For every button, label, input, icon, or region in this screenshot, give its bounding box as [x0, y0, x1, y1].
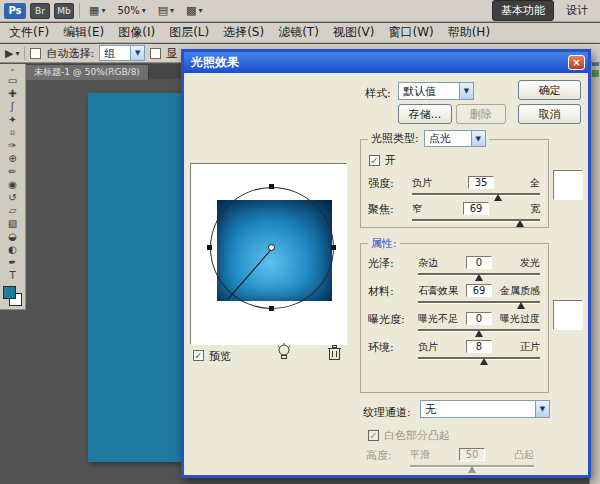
application-bar: Ps Br Mb ▦ ▾ 50% ▾ ▤ ▾ ▩ ▾ 基本功能 设计 [0, 0, 600, 22]
focus-slider[interactable] [412, 217, 540, 227]
eyedropper-tool[interactable]: ✑ [0, 139, 25, 152]
style-dropdown[interactable]: 默认值 ▼ [398, 82, 474, 100]
dropdown-button: ▼ [130, 46, 144, 60]
rectangular-marquee-tool[interactable]: ▭ [0, 74, 25, 87]
magic-wand-tool[interactable]: ✦ [0, 113, 25, 126]
height-slider-thumb [468, 466, 476, 473]
light-on-checkbox[interactable]: ✓ [369, 155, 380, 166]
gloss-slider[interactable] [418, 271, 540, 281]
light-handle-right[interactable] [331, 245, 336, 250]
focus-min-label: 窄 [412, 202, 422, 216]
blur-tool[interactable]: ◒ [0, 230, 25, 243]
menu-item-3[interactable]: 图层(L) [162, 22, 216, 43]
show-transform-label: 显 [166, 46, 177, 61]
brush-tool[interactable]: ✏ [0, 165, 25, 178]
light-handle-top[interactable] [269, 184, 274, 189]
ok-button[interactable]: 确定 [518, 80, 581, 100]
toolbox-collapse-button[interactable]: » [0, 66, 25, 74]
preview-checkbox[interactable]: ✓ [193, 350, 204, 361]
gloss-value[interactable]: 0 [466, 256, 492, 269]
workspace-design-button[interactable]: 设计 [558, 1, 596, 20]
add-light-bulb-icon[interactable] [276, 343, 292, 365]
focus-value[interactable]: 69 [463, 202, 489, 215]
light-center-handle[interactable] [268, 244, 275, 251]
zoom-level: 50% [117, 5, 139, 16]
delete-light-trash-icon[interactable] [327, 344, 342, 364]
dropdown-button: ▼ [459, 83, 473, 99]
type-tool[interactable]: T [0, 269, 25, 282]
gradient-tool[interactable]: ▧ [0, 217, 25, 230]
light-color-swatch[interactable] [553, 170, 583, 200]
intensity-slider[interactable] [412, 191, 540, 201]
exposure-value[interactable]: 0 [466, 312, 492, 325]
ambience-max-label: 正片 [520, 340, 540, 354]
menu-item-0[interactable]: 文件(F) [2, 22, 56, 43]
ambience-min-label: 负片 [418, 340, 438, 354]
arrange-documents-button[interactable]: ▤ ▾ [154, 3, 178, 18]
light-type-value: 点光 [429, 131, 471, 146]
dodge-tool[interactable]: ◐ [0, 243, 25, 256]
healing-brush-tool[interactable]: ⊕ [0, 152, 25, 165]
exposure-slider[interactable] [418, 327, 540, 337]
view-extras-button[interactable]: ▦ ▾ [85, 3, 109, 18]
auto-select-checkbox[interactable] [30, 48, 41, 59]
material-slider[interactable] [418, 299, 540, 309]
menu-item-6[interactable]: 视图(V) [326, 22, 382, 43]
focus-slider-thumb[interactable] [516, 220, 524, 227]
intensity-max-label: 全 [530, 176, 540, 190]
pen-tool[interactable]: ✒ [0, 256, 25, 269]
save-style-button[interactable]: 存储... [398, 104, 452, 124]
lighting-effects-dialog: 光照效果 × ✓ 预览 样式: 默认值 [181, 49, 591, 478]
auto-select-scope-dropdown[interactable]: 组 ▼ [99, 45, 145, 61]
close-icon[interactable]: × [568, 55, 585, 70]
ambient-color-swatch[interactable] [553, 300, 583, 330]
menu-item-5[interactable]: 滤镜(T) [271, 22, 326, 43]
clone-stamp-tool[interactable]: ◉ [0, 178, 25, 191]
history-brush-tool[interactable]: ↺ [0, 191, 25, 204]
show-transform-checkbox[interactable] [150, 48, 161, 59]
menu-item-4[interactable]: 选择(S) [216, 22, 271, 43]
material-slider-row: 材料: 石膏效果 69 金属质感 [368, 284, 540, 309]
mini-bridge-icon[interactable]: Mb [54, 3, 74, 19]
intensity-value[interactable]: 35 [468, 176, 494, 189]
cancel-button[interactable]: 取消 [518, 104, 581, 124]
options-separator [24, 47, 25, 60]
texture-channel-dropdown[interactable]: 无 ▼ [420, 400, 550, 418]
screen-mode-button[interactable]: ▩ ▾ [182, 3, 206, 18]
zoom-level-button[interactable]: 50% ▾ [113, 4, 149, 17]
preview-area[interactable] [190, 163, 347, 345]
tool-preset-picker[interactable]: ▶ ▾ [5, 47, 19, 60]
document-tab[interactable]: 未标题-1 @ 50%(RGB/8) [26, 65, 149, 80]
toolbox-tools: ▭✚ʃ✦⌗✑⊕✏◉↺▱▧◒◐✒T [0, 74, 25, 282]
gloss-slider-thumb[interactable] [475, 274, 483, 281]
lasso-tool[interactable]: ʃ [0, 100, 25, 113]
move-tool[interactable]: ✚ [0, 87, 25, 100]
dropdown-arrow-icon: ▼ [540, 405, 545, 413]
crop-tool[interactable]: ⌗ [0, 126, 25, 139]
menu-item-8[interactable]: 帮助(H) [441, 22, 497, 43]
material-value[interactable]: 69 [466, 284, 492, 297]
foreground-color-swatch[interactable] [3, 286, 16, 299]
ambience-slider-row: 环境: 负片 8 正片 [368, 340, 540, 365]
dialog-titlebar[interactable]: 光照效果 × [184, 52, 588, 73]
menu-item-7[interactable]: 窗口(W) [381, 22, 440, 43]
eraser-tool[interactable]: ▱ [0, 204, 25, 217]
style-value: 默认值 [403, 84, 459, 99]
ambience-value[interactable]: 8 [466, 340, 492, 353]
light-handle-bottom[interactable] [269, 306, 274, 311]
gloss-slider-row: 光泽: 杂边 0 发光 [368, 256, 540, 281]
ambience-slider-thumb[interactable] [480, 358, 488, 365]
auto-select-label: 自动选择: [46, 46, 94, 61]
ambience-slider[interactable] [418, 355, 540, 365]
gloss-min-label: 杂边 [418, 256, 438, 270]
workspace-basic-button[interactable]: 基本功能 [492, 0, 554, 21]
bridge-icon[interactable]: Br [30, 3, 50, 19]
material-slider-thumb[interactable] [517, 302, 525, 309]
light-type-dropdown[interactable]: 点光 ▼ [424, 130, 486, 147]
layers-panel-icon[interactable] [592, 70, 599, 77]
intensity-slider-thumb[interactable] [494, 194, 502, 201]
light-handle-left[interactable] [207, 245, 212, 250]
menu-item-1[interactable]: 编辑(E) [56, 22, 111, 43]
menu-item-2[interactable]: 图像(I) [111, 22, 162, 43]
exposure-slider-thumb[interactable] [475, 330, 483, 337]
